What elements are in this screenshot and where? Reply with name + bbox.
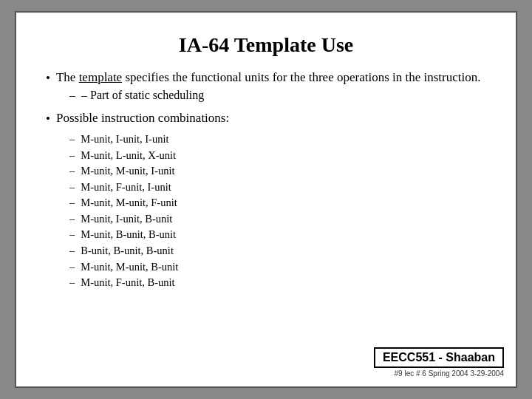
sub-bullet-1: – – Part of static scheduling [69,89,486,102]
slide: IA-64 Template Use • The template specif… [15,11,517,388]
list-dash: – [69,276,75,290]
bullet-text-1: The template specifies the functional un… [56,70,486,85]
list-item-text: M-unit, L-unit, X-unit [81,149,176,163]
bullet-section-1: • The template specifies the functional … [46,70,486,102]
list-item: –M-unit, L-unit, X-unit [69,149,486,163]
sub-dash-1: – [69,89,75,102]
bullet-dot-1: • [46,71,50,86]
list-dash: – [69,196,75,211]
list-item-text: M-unit, F-unit, B-unit [81,276,174,290]
list-item: –M-unit, M-unit, B-unit [69,260,486,275]
list-dash: – [69,164,75,179]
list-dash: – [69,260,75,275]
list-item: –M-unit, B-unit, B-unit [69,228,486,242]
footer: EECC551 - Shaaban #9 lec # 6 Spring 2004… [374,347,504,378]
list-item: –M-unit, I-unit, I-unit [69,132,486,147]
slide-title: IA-64 Template Use [46,33,486,57]
bullet-dot-2: • [46,112,50,126]
list-item-text: M-unit, I-unit, B-unit [81,212,172,227]
list-dash: – [69,212,75,227]
list-dash: – [69,180,75,195]
list-item-text: M-unit, M-unit, I-unit [81,164,174,179]
footer-sub: #9 lec # 6 Spring 2004 3-29-2004 [395,369,504,378]
list-item: –M-unit, M-unit, I-unit [69,164,486,179]
bullet-main-2: • Possible instruction combinations: [46,111,486,126]
list-dash: – [69,149,75,163]
footer-main: EECC551 - Shaaban [374,347,504,368]
list-item: –B-unit, B-unit, B-unit [69,244,486,259]
list-items: –M-unit, I-unit, I-unit–M-unit, L-unit, … [46,131,486,290]
bullet-main-1: • The template specifies the functional … [46,70,486,86]
list-item-text: M-unit, M-unit, F-unit [81,196,177,211]
sub-bullet-text-1: – Part of static scheduling [81,89,204,102]
list-item: –M-unit, F-unit, B-unit [69,276,486,290]
bullet-text-2: Possible instruction combinations: [56,111,486,126]
list-item-text: B-unit, B-unit, B-unit [81,244,174,259]
list-item-text: M-unit, F-unit, I-unit [81,180,171,195]
list-item-text: M-unit, M-unit, B-unit [81,260,178,275]
list-item: –M-unit, M-unit, F-unit [69,196,486,211]
list-item: –M-unit, I-unit, B-unit [69,212,486,227]
list-item-text: M-unit, B-unit, B-unit [81,228,176,242]
list-dash: – [69,244,75,259]
list-dash: – [69,228,75,242]
bullet-section-2: • Possible instruction combinations: –M-… [46,111,486,290]
list-item-text: M-unit, I-unit, I-unit [81,132,168,147]
list-dash: – [69,132,75,147]
list-item: –M-unit, F-unit, I-unit [69,180,486,195]
